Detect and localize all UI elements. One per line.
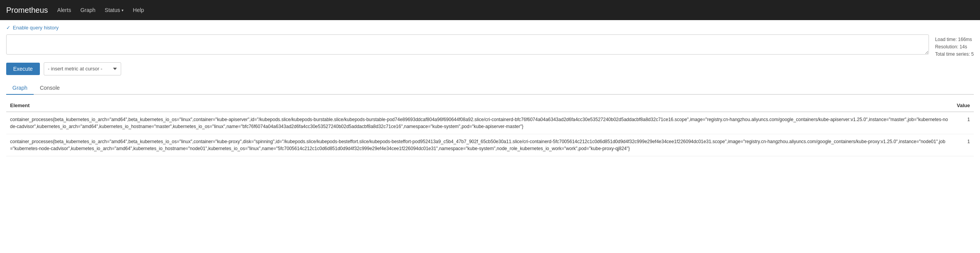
value-cell: 1 <box>953 134 974 156</box>
total-value: 5 <box>971 51 974 57</box>
console-tab[interactable]: Console <box>34 82 66 95</box>
table-header: Element Value <box>6 99 974 112</box>
graph-nav-link[interactable]: Graph <box>81 5 96 15</box>
value-cell: 1 <box>953 112 974 134</box>
action-row: Execute - insert metric at cursor - <box>6 62 974 75</box>
query-row: Load time: 166ms Resolution: 14s Total t… <box>6 34 974 58</box>
metric-label: container_processes{beta_kubernetes_io_a… <box>10 117 948 129</box>
stats-panel: Load time: 166ms Resolution: 14s Total t… <box>935 34 974 58</box>
resolution-stat: Resolution: 14s <box>935 43 974 51</box>
element-cell: container_processes{beta_kubernetes_io_a… <box>6 134 953 156</box>
load-time-stat: Load time: 166ms <box>935 36 974 43</box>
metric-label: container_processes{beta_kubernetes_io_a… <box>10 139 945 151</box>
status-dropdown[interactable]: Status ▾ <box>105 7 124 13</box>
navbar: Prometheus Alerts Graph Status ▾ Help <box>0 0 980 20</box>
resolution-value: 14s <box>959 44 967 50</box>
status-label: Status <box>105 7 120 13</box>
execute-button[interactable]: Execute <box>6 63 40 75</box>
results-table: Element Value container_processes{beta_k… <box>6 99 974 156</box>
tabs-bar: Graph Console <box>6 82 974 95</box>
element-cell: container_processes{beta_kubernetes_io_a… <box>6 112 953 134</box>
table-row: container_processes{beta_kubernetes_io_a… <box>6 134 974 156</box>
load-time-label: Load time: <box>935 37 957 42</box>
query-history-link[interactable]: ✓ Enable query history <box>6 25 59 31</box>
alerts-link[interactable]: Alerts <box>57 5 71 15</box>
value-header: Value <box>953 99 974 112</box>
total-label: Total time series: <box>935 51 970 57</box>
status-caret-icon: ▾ <box>122 8 123 12</box>
query-history-label: Enable query history <box>13 25 59 31</box>
check-icon: ✓ <box>6 25 10 31</box>
table-body: container_processes{beta_kubernetes_io_a… <box>6 112 974 156</box>
total-series-stat: Total time series: 5 <box>935 51 974 58</box>
metric-select[interactable]: - insert metric at cursor - <box>44 62 121 75</box>
graph-tab[interactable]: Graph <box>6 82 34 95</box>
element-header: Element <box>6 99 953 112</box>
help-link[interactable]: Help <box>133 5 144 15</box>
table-row: container_processes{beta_kubernetes_io_a… <box>6 112 974 134</box>
query-input[interactable] <box>6 34 929 55</box>
brand-link[interactable]: Prometheus <box>6 6 48 15</box>
main-content: ✓ Enable query history Load time: 166ms … <box>0 20 980 161</box>
load-time-value: 166ms <box>958 37 972 42</box>
resolution-label: Resolution: <box>935 44 958 50</box>
